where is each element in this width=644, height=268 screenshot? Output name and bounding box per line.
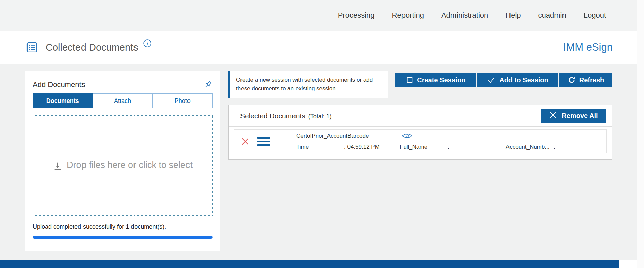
main-content: Add Documents Documents Attach Photo — [0, 64, 637, 260]
session-info-banner: Create a new session with selected docum… — [228, 71, 388, 98]
refresh-button[interactable]: Refresh — [559, 73, 612, 87]
document-field-full-name: Full_Name: — [400, 144, 506, 150]
field-label: Full_Name — [400, 144, 448, 150]
refresh-icon — [568, 76, 576, 84]
nav-help[interactable]: Help — [505, 11, 521, 20]
field-separator: : — [448, 144, 449, 150]
selected-documents-title-text: Selected Documents — [240, 112, 305, 120]
add-documents-tabs: Documents Attach Photo — [33, 93, 213, 108]
checkmark-icon — [487, 76, 496, 84]
field-separator: : — [344, 144, 346, 150]
page-header: Collected Documents i IMM eSign — [0, 31, 637, 64]
nav-logout[interactable]: Logout — [584, 11, 606, 20]
brand-logo: IMM eSign — [563, 41, 613, 53]
collected-documents-icon — [25, 41, 38, 54]
session-info-text: Create a new session with selected docum… — [236, 76, 382, 93]
dropzone-text: Drop files here or click to select — [67, 160, 193, 171]
add-to-session-button[interactable]: Add to Session — [477, 73, 558, 87]
remove-all-button[interactable]: Remove All — [541, 109, 606, 123]
selected-documents-header: Selected Documents (Total: 1) Remove All — [229, 105, 612, 127]
close-icon — [549, 111, 557, 121]
field-value: 04:59:12 PM — [347, 144, 379, 150]
top-navigation: Processing Reporting Administration Help… — [0, 0, 637, 31]
document-details: CertofPrior_AccountBarcode Time: 04:59:1… — [296, 132, 606, 150]
svg-text:i: i — [147, 41, 148, 46]
selected-documents-title: Selected Documents (Total: 1) — [240, 112, 332, 120]
document-field-time: Time: 04:59:12 PM — [296, 144, 400, 150]
download-icon — [53, 161, 63, 172]
tab-photo[interactable]: Photo — [153, 93, 213, 108]
drag-handle-icon[interactable] — [257, 137, 270, 146]
tab-documents[interactable]: Documents — [33, 93, 93, 108]
nav-reporting[interactable]: Reporting — [392, 11, 424, 20]
field-label: Account_Numb... — [506, 144, 554, 150]
nav-administration[interactable]: Administration — [441, 11, 488, 20]
create-session-button[interactable]: Create Session — [395, 73, 476, 87]
field-separator: : — [554, 144, 555, 150]
selected-documents-total: (Total: 1) — [308, 113, 332, 120]
add-documents-title: Add Documents — [33, 80, 85, 89]
footer-bar — [0, 260, 619, 268]
add-to-session-label: Add to Session — [499, 76, 548, 84]
tab-attach[interactable]: Attach — [93, 93, 153, 108]
refresh-label: Refresh — [579, 76, 604, 84]
selected-documents-panel: Selected Documents (Total: 1) Remove All — [228, 105, 612, 160]
add-documents-panel: Add Documents Documents Attach Photo — [25, 71, 220, 251]
upload-status-text: Upload completed successfully for 1 docu… — [33, 223, 213, 230]
field-label: Time — [296, 144, 344, 150]
delete-document-icon[interactable] — [240, 137, 250, 146]
square-icon — [406, 76, 413, 84]
file-dropzone[interactable]: Drop files here or click to select — [33, 115, 213, 216]
session-action-buttons: Create Session Add to Session Refresh — [395, 73, 612, 87]
page: Processing Reporting Administration Help… — [0, 0, 644, 268]
preview-eye-icon[interactable] — [402, 132, 412, 139]
document-name: CertofPrior_AccountBarcode — [296, 133, 400, 139]
nav-user-menu[interactable]: cuadmin — [538, 11, 566, 20]
add-documents-header: Add Documents — [33, 71, 213, 93]
page-title: Collected Documents — [46, 42, 138, 53]
upload-progress-bar — [33, 236, 213, 239]
pin-icon[interactable] — [203, 80, 213, 89]
nav-processing[interactable]: Processing — [338, 11, 375, 20]
document-row: CertofPrior_AccountBarcode Time: 04:59:1… — [234, 129, 607, 153]
info-icon[interactable]: i — [143, 39, 152, 48]
upload-progress-fill — [33, 236, 213, 239]
create-session-label: Create Session — [417, 76, 466, 84]
remove-all-label: Remove All — [561, 112, 598, 120]
vertical-scrollbar[interactable] — [637, 0, 644, 268]
document-field-account-number: Account_Numb...: — [506, 144, 606, 150]
